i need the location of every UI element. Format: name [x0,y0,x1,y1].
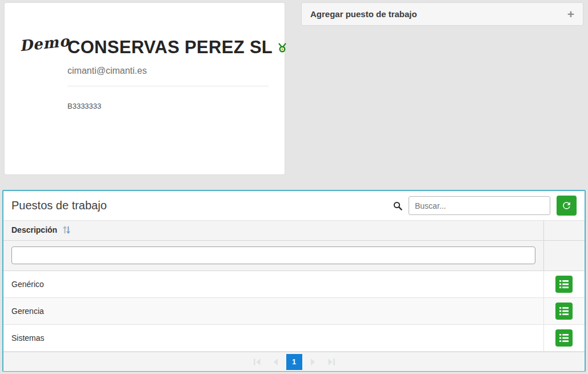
workplaces-panel: Puestos de trabajo Descr [2,190,586,372]
row-description: Gerencia [3,298,543,325]
column-header-description[interactable]: Descripción [3,221,543,241]
row-description: Genérico [3,271,543,298]
filter-row [3,241,585,271]
company-card: Demo CONSERVAS PEREZ SL cimanti@cimanti.… [5,3,285,174]
page-next-button[interactable] [307,359,319,365]
refresh-button[interactable] [557,196,577,216]
row-detail-button[interactable] [555,276,573,293]
row-detail-button[interactable] [555,329,573,347]
search-input[interactable] [409,196,550,215]
plus-icon[interactable]: + [567,8,574,20]
workplaces-table: Descripción [3,220,585,352]
table-row: Sistemas [3,325,585,352]
add-workplace-panel-header[interactable]: Agregar puesto de trabajo + [301,2,583,26]
list-icon [559,280,569,288]
page: { "company_card": { "logo_text": "Demo",… [0,0,588,374]
table-row: Genérico [3,271,585,298]
search-area [393,196,577,216]
workplaces-panel-header: Puestos de trabajo [3,191,585,220]
workplaces-panel-title: Puestos de trabajo [11,199,393,212]
company-name: CONSERVAS PEREZ SL [67,37,273,58]
sprout-icon[interactable] [278,43,287,53]
row-description: Sistemas [3,325,543,352]
table-footer: 1 [3,352,585,371]
list-icon [559,307,569,315]
page-last-button[interactable] [324,359,339,365]
add-workplace-title: Agregar puesto de trabajo [310,9,417,19]
row-detail-button[interactable] [555,303,573,320]
search-icon [393,201,402,210]
column-header-description-label: Descripción [11,225,57,234]
pagination: 1 [250,354,339,370]
list-icon [559,334,569,342]
column-header-actions [543,221,585,241]
page-prev-button[interactable] [269,359,282,365]
page-first-button[interactable] [250,359,265,365]
company-tax-id: B3333333 [67,102,269,110]
refresh-icon [561,200,572,211]
demo-logo: Demo [19,32,71,54]
description-filter-input[interactable] [11,246,535,264]
filter-action-cell [543,241,585,271]
company-email: cimanti@cimanti.es [67,66,269,76]
sort-icon [63,226,70,236]
page-current-button[interactable]: 1 [286,354,302,370]
table-row: Gerencia [3,298,585,325]
card-divider [67,86,269,86]
